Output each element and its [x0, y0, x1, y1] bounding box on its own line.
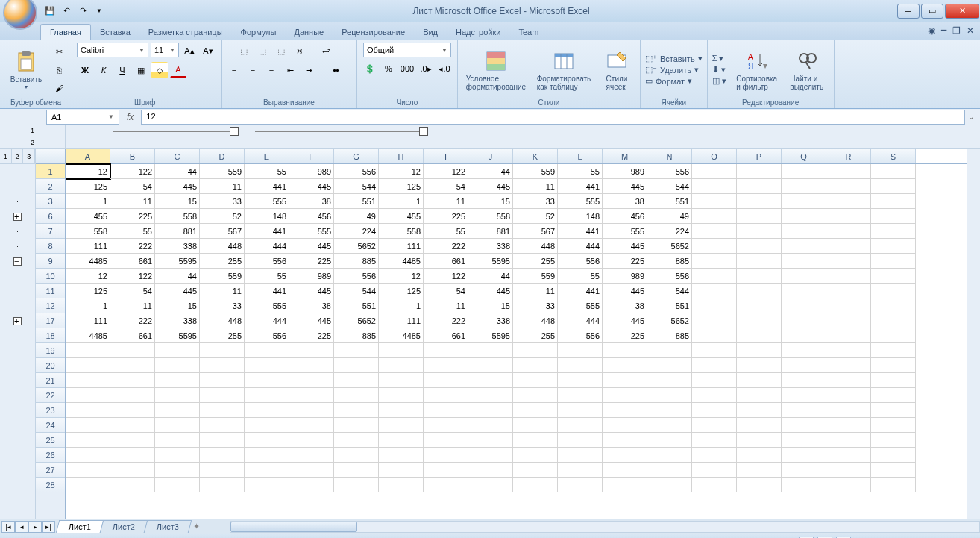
- ribbon-tab-2[interactable]: Разметка страницы: [139, 25, 232, 40]
- cell-S19[interactable]: [871, 343, 916, 358]
- cell-E22[interactable]: [245, 388, 289, 403]
- cell-F25[interactable]: [289, 433, 334, 448]
- cell-P18[interactable]: [737, 328, 782, 343]
- name-box[interactable]: A1▼: [46, 110, 119, 125]
- cell-M17[interactable]: 445: [603, 313, 647, 328]
- cell-A7[interactable]: 558: [66, 224, 110, 239]
- cell-E20[interactable]: [245, 358, 289, 373]
- save-icon[interactable]: 💾: [43, 4, 57, 18]
- cell-D27[interactable]: [200, 463, 245, 478]
- cell-L22[interactable]: [558, 388, 603, 403]
- cell-R3[interactable]: [826, 194, 871, 209]
- row-group-toggle-9[interactable]: −: [13, 257, 22, 266]
- col-header-P[interactable]: P: [737, 149, 782, 163]
- cell-O24[interactable]: [692, 418, 737, 433]
- col-header-N[interactable]: N: [647, 149, 692, 163]
- cell-B19[interactable]: [110, 343, 155, 358]
- cell-G8[interactable]: 5652: [334, 239, 379, 254]
- find-select-button[interactable]: Найти и выделить: [785, 49, 829, 91]
- cell-C20[interactable]: [155, 358, 200, 373]
- cell-B27[interactable]: [110, 463, 155, 478]
- cell-Q12[interactable]: [782, 298, 826, 313]
- cell-O19[interactable]: [692, 343, 737, 358]
- cell-C25[interactable]: [155, 433, 200, 448]
- cell-J22[interactable]: [468, 388, 513, 403]
- cell-R1[interactable]: [826, 164, 871, 179]
- cell-F24[interactable]: [289, 418, 334, 433]
- cell-J28[interactable]: [468, 478, 513, 492]
- cell-S17[interactable]: [871, 313, 916, 328]
- col-outline-level-2[interactable]: 2: [0, 137, 65, 149]
- autosum-icon[interactable]: Σ ▾: [712, 54, 726, 63]
- cell-J12[interactable]: 15: [468, 298, 513, 313]
- cell-F7[interactable]: 555: [289, 224, 334, 239]
- cell-G27[interactable]: [334, 463, 379, 478]
- cell-A21[interactable]: [66, 373, 110, 388]
- align-right-icon[interactable]: ≡: [263, 62, 280, 78]
- row-header-9[interactable]: 9: [36, 254, 65, 269]
- cell-L26[interactable]: [558, 448, 603, 463]
- row-header-24[interactable]: 24: [36, 418, 65, 433]
- cell-I12[interactable]: 11: [424, 298, 468, 313]
- cell-Q27[interactable]: [782, 463, 826, 478]
- cell-K18[interactable]: 255: [513, 328, 558, 343]
- font-name-combo[interactable]: Calibri▼: [77, 43, 148, 57]
- cell-A10[interactable]: 12: [66, 269, 110, 284]
- cell-Q22[interactable]: [782, 388, 826, 403]
- copy-icon[interactable]: ⎘: [51, 62, 67, 78]
- row-header-25[interactable]: 25: [36, 433, 65, 448]
- redo-icon[interactable]: ↷: [76, 4, 89, 18]
- cell-D22[interactable]: [200, 388, 245, 403]
- cell-O22[interactable]: [692, 388, 737, 403]
- cell-D26[interactable]: [200, 448, 245, 463]
- horizontal-scrollbar[interactable]: [230, 521, 980, 533]
- cell-D20[interactable]: [200, 358, 245, 373]
- cell-B21[interactable]: [110, 373, 155, 388]
- cell-Q2[interactable]: [782, 179, 826, 194]
- cell-J21[interactable]: [468, 373, 513, 388]
- cell-L21[interactable]: [558, 373, 603, 388]
- currency-icon[interactable]: 💲: [362, 60, 378, 77]
- ribbon-tab-5[interactable]: Рецензирование: [333, 25, 414, 40]
- cell-M25[interactable]: [603, 433, 647, 448]
- col-header-B[interactable]: B: [110, 149, 155, 163]
- cell-G18[interactable]: 885: [334, 328, 379, 343]
- cell-O17[interactable]: [692, 313, 737, 328]
- cell-Q8[interactable]: [782, 239, 826, 254]
- cell-S3[interactable]: [871, 194, 916, 209]
- cell-F12[interactable]: 38: [289, 298, 334, 313]
- cell-A23[interactable]: [66, 403, 110, 418]
- cell-N21[interactable]: [647, 373, 692, 388]
- cell-L11[interactable]: 441: [558, 284, 603, 298]
- cell-C8[interactable]: 338: [155, 239, 200, 254]
- ribbon-tab-3[interactable]: Формулы: [232, 25, 286, 40]
- mdi-minimize-icon[interactable]: ━: [941, 25, 946, 36]
- cell-I23[interactable]: [424, 403, 468, 418]
- cell-F21[interactable]: [289, 373, 334, 388]
- cell-E28[interactable]: [245, 478, 289, 492]
- cell-E3[interactable]: 555: [245, 194, 289, 209]
- cell-M2[interactable]: 445: [603, 179, 647, 194]
- cell-R10[interactable]: [826, 269, 871, 284]
- cell-P1[interactable]: [737, 164, 782, 179]
- undo-icon[interactable]: ↶: [60, 4, 73, 18]
- row-header-23[interactable]: 23: [36, 403, 65, 418]
- cell-E18[interactable]: 556: [245, 328, 289, 343]
- cell-G17[interactable]: 5652: [334, 313, 379, 328]
- cell-C23[interactable]: [155, 403, 200, 418]
- cell-G6[interactable]: 49: [334, 209, 379, 224]
- cell-E21[interactable]: [245, 373, 289, 388]
- close-button[interactable]: ✕: [945, 4, 979, 19]
- wrap-text-icon[interactable]: ⮐: [310, 43, 343, 59]
- cell-O18[interactable]: [692, 328, 737, 343]
- ribbon-tab-8[interactable]: Team: [509, 25, 547, 40]
- cell-E10[interactable]: 55: [245, 269, 289, 284]
- cell-G12[interactable]: 551: [334, 298, 379, 313]
- cell-M3[interactable]: 38: [603, 194, 647, 209]
- cell-B20[interactable]: [110, 358, 155, 373]
- align-middle-icon[interactable]: ⬚: [254, 43, 271, 59]
- cell-D7[interactable]: 567: [200, 224, 245, 239]
- cell-K8[interactable]: 448: [513, 239, 558, 254]
- cell-A6[interactable]: 455: [66, 209, 110, 224]
- cell-G10[interactable]: 556: [334, 269, 379, 284]
